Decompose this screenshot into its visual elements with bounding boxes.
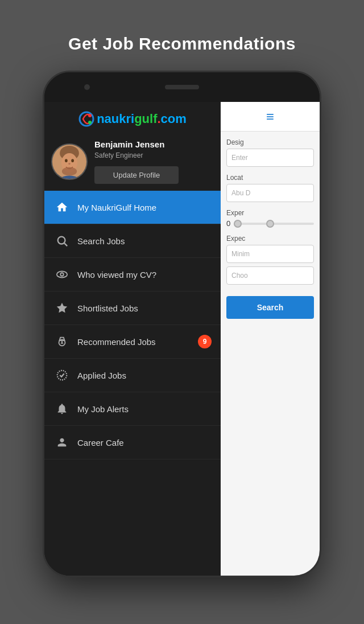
svg-line-12	[64, 243, 67, 246]
menu-item-recommended[interactable]: Recommended Jobs 9	[44, 325, 221, 359]
logo-icon	[78, 111, 94, 127]
menu-item-alerts[interactable]: My Job Alerts	[44, 392, 221, 426]
menu-item-career[interactable]: Career Cafe	[44, 426, 221, 459]
menu-item-home[interactable]: My NaukriGulf Home	[44, 191, 221, 224]
menu-item-applied-label: Applied Jobs	[77, 371, 126, 380]
search-button[interactable]: Search	[226, 296, 314, 319]
person-icon	[56, 436, 68, 449]
menu-item-alerts-label: My Job Alerts	[77, 404, 129, 414]
location-field-group: Locat Abu D	[226, 174, 314, 202]
svg-point-6	[65, 159, 68, 162]
menu-item-cv[interactable]: Who viewed my CV?	[44, 258, 221, 292]
svg-point-7	[71, 159, 74, 162]
menu-item-search[interactable]: Search Jobs	[44, 224, 221, 258]
designation-input[interactable]: Enter	[226, 149, 314, 167]
expected-choose-input[interactable]: Choo	[226, 266, 314, 285]
menu-item-recommended-label: Recommended Jobs	[77, 337, 156, 347]
slider-track	[234, 223, 314, 225]
check-icon	[56, 369, 68, 381]
eye-icon	[56, 268, 68, 281]
right-header: ≡	[221, 102, 320, 132]
logo-text: naukrigulf.com	[97, 112, 187, 126]
expected-min-input[interactable]: Minim	[226, 245, 314, 263]
phone-speaker	[165, 85, 199, 89]
logo-com: com	[161, 112, 187, 126]
profile-job-title: Safety Engineer	[94, 151, 179, 159]
screen: naukrigulf.com	[44, 102, 320, 576]
hamburger-icon[interactable]: ≡	[266, 109, 274, 125]
menu-item-cv-label: Who viewed my CV?	[77, 270, 156, 280]
phone-mockup: naukrigulf.com	[43, 71, 321, 577]
svg-point-2	[88, 121, 92, 124]
bell-icon	[56, 403, 68, 415]
menu-item-shortlisted[interactable]: Shortlisted Jobs	[44, 292, 221, 325]
svg-point-13	[57, 272, 67, 278]
svg-point-1	[88, 114, 92, 117]
svg-point-14	[60, 273, 64, 276]
menu-item-applied[interactable]: Applied Jobs	[44, 359, 221, 392]
svg-point-8	[68, 163, 71, 165]
slider-thumb-max	[266, 220, 274, 228]
search-icon	[56, 235, 68, 247]
experience-label: Exper	[226, 209, 314, 217]
experience-value: 0	[226, 219, 230, 228]
profile-info: Benjamin Jensen Safety Engineer Update P…	[94, 139, 179, 184]
location-input[interactable]: Abu D	[226, 184, 314, 202]
menu-item-search-label: Search Jobs	[77, 236, 125, 246]
expected-label: Expec	[226, 235, 314, 243]
profile-name: Benjamin Jensen	[94, 139, 179, 149]
menu-item-home-label: My NaukriGulf Home	[77, 203, 156, 212]
star-icon	[56, 302, 68, 314]
medal-icon	[56, 335, 68, 348]
profile-area: Benjamin Jensen Safety Engineer Update P…	[44, 133, 221, 191]
slider-thumb-min	[234, 220, 242, 228]
designation-field-group: Desig Enter	[226, 138, 314, 167]
phone-camera	[84, 84, 90, 90]
logo-naukri: naukri	[97, 112, 134, 126]
menu-items-list: My NaukriGulf Home Search Jobs	[44, 191, 221, 576]
logo-gulf: gulf	[134, 112, 157, 126]
phone-top-bar	[44, 72, 320, 102]
right-panel-content: Desig Enter Locat Abu D Exper 0	[221, 132, 320, 326]
right-panel: ≡ Desig Enter Locat Abu D Exper 0	[221, 102, 320, 576]
menu-item-shortlisted-label: Shortlisted Jobs	[77, 303, 138, 313]
page-title: Get Job Recommendations	[68, 34, 296, 54]
avatar	[51, 143, 88, 180]
logo-area: naukrigulf.com	[44, 102, 221, 133]
recommended-badge: 9	[198, 335, 212, 348]
experience-field-group: Exper 0	[226, 209, 314, 228]
location-label: Locat	[226, 174, 314, 182]
svg-point-11	[58, 237, 65, 244]
experience-slider[interactable]: 0	[226, 219, 314, 228]
menu-panel: naukrigulf.com	[44, 102, 221, 576]
expected-field-group: Expec Minim Choo	[226, 235, 314, 285]
menu-item-career-label: Career Cafe	[77, 438, 124, 448]
update-profile-button[interactable]: Update Profile	[94, 166, 179, 184]
designation-label: Desig	[226, 138, 314, 146]
avatar-image	[52, 143, 86, 180]
svg-point-9	[62, 167, 77, 175]
home-icon	[56, 201, 68, 214]
